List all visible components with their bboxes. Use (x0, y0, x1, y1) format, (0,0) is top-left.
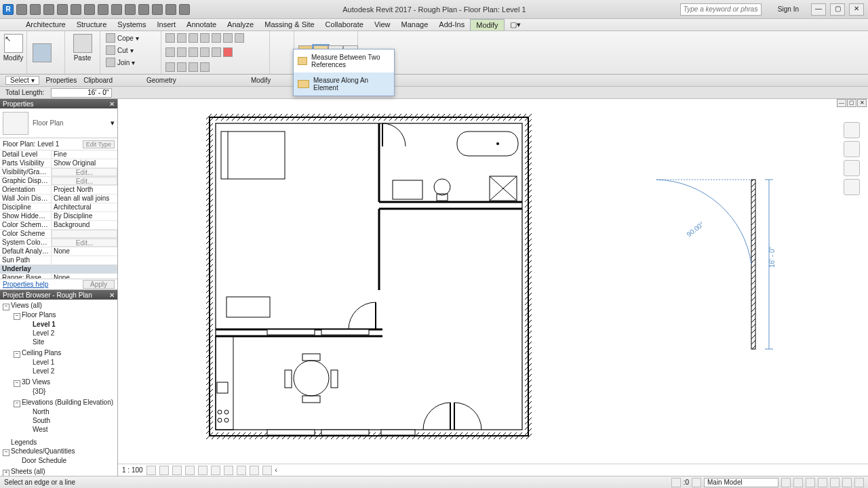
background-icon[interactable] (854, 478, 864, 487)
join-button[interactable]: Join ▾ (104, 57, 136, 68)
qat-dim-icon[interactable] (111, 4, 122, 15)
type-dropdown-icon[interactable]: ▾ (111, 119, 115, 127)
measure-between-refs[interactable]: Measure Between Two References (294, 49, 394, 73)
tab-modify[interactable]: Modify (470, 19, 504, 30)
properties-header[interactable]: Properties ✕ (0, 99, 117, 108)
hide-isolate-icon[interactable] (224, 466, 233, 475)
tree-door-sched[interactable]: Door Schedule (12, 456, 115, 465)
browser-close-icon[interactable]: ✕ (109, 291, 115, 299)
tab-collaborate[interactable]: Collaborate (320, 19, 369, 30)
qat-open-icon[interactable] (16, 4, 27, 15)
rotate-icon[interactable] (189, 33, 198, 43)
select-dropdown[interactable]: Select ▾ (5, 76, 39, 85)
tab-insert[interactable]: Insert (152, 19, 182, 30)
nav-pan-icon[interactable] (844, 179, 860, 195)
tree-west[interactable]: West (23, 425, 113, 434)
qat-redo-icon[interactable] (57, 4, 68, 15)
crop-region-icon[interactable] (211, 466, 220, 475)
prop-value[interactable]: Project North (52, 186, 117, 194)
temp-props-icon[interactable] (250, 466, 259, 475)
tree-ceiling[interactable]: Ceiling Plans Level 1 Level 2 (12, 348, 115, 378)
prop-value[interactable]: Architectural (52, 203, 117, 211)
edit-type-button[interactable]: Edit Type (83, 140, 115, 148)
prop-value[interactable] (52, 230, 117, 238)
move-icon[interactable] (165, 33, 175, 43)
align-icon[interactable] (165, 47, 175, 57)
prop-group-header[interactable]: Underlay (0, 265, 117, 273)
tab-annotate[interactable]: Annotate (181, 19, 222, 30)
offset-icon[interactable] (177, 47, 186, 57)
tab-systems[interactable]: Systems (112, 19, 151, 30)
properties-grid[interactable]: Detail LevelFineParts VisibilityShow Ori… (0, 150, 117, 279)
drag-elements-icon[interactable] (830, 478, 840, 487)
prop-value[interactable]: Edit... (52, 168, 117, 176)
select-face-icon[interactable] (818, 478, 827, 487)
qat-print-icon[interactable] (71, 4, 81, 15)
properties-button[interactable] (31, 42, 53, 64)
tree-c-level2[interactable]: Level 2 (23, 367, 113, 375)
editable-only-icon[interactable] (692, 478, 701, 487)
qat-sync-icon[interactable] (125, 4, 136, 15)
view-ctrl-chevron-icon[interactable]: ‹ (275, 466, 277, 474)
delete-icon[interactable] (223, 47, 233, 57)
project-browser[interactable]: Views (all) Floor Plans Level 1 Level 2 … (0, 300, 117, 476)
copy-icon[interactable] (177, 33, 186, 43)
tab-massing[interactable]: Massing & Site (259, 19, 319, 30)
drawing-area[interactable]: — ▢ ✕ (118, 99, 868, 476)
prop-value[interactable]: Edit... (52, 239, 117, 247)
close-button[interactable]: ✕ (849, 3, 864, 16)
tree-sheets[interactable]: Sheets (all) (1, 467, 116, 476)
search-input[interactable] (680, 3, 762, 16)
ungroup-icon[interactable] (177, 62, 186, 72)
prop-value[interactable]: Edit... (52, 177, 117, 185)
hide-icon[interactable] (200, 62, 210, 72)
qat-close-hidden-icon[interactable] (152, 4, 163, 15)
tree-views[interactable]: Views (all) Floor Plans Level 1 Level 2 … (1, 301, 116, 438)
nav-home-icon[interactable] (844, 141, 860, 157)
prop-value[interactable]: Background (52, 221, 117, 229)
select-pinned-icon[interactable] (806, 478, 815, 487)
tab-analyze[interactable]: Analyze (222, 19, 259, 30)
worksets-icon[interactable] (671, 478, 681, 487)
prop-value[interactable]: Show Original (52, 159, 117, 167)
mirror-icon[interactable] (235, 33, 244, 43)
minimize-button[interactable]: — (811, 3, 826, 16)
paste-button[interactable]: Paste (69, 33, 96, 63)
visual-style-icon[interactable] (159, 466, 169, 475)
qat-switch-win-icon[interactable] (165, 4, 176, 15)
qat-undo-icon[interactable] (43, 4, 54, 15)
type-selector[interactable]: Floor Plan ▾ (0, 108, 117, 138)
tab-extra[interactable]: ▢▾ (505, 19, 526, 30)
tree-legends[interactable]: Legends (1, 438, 116, 447)
view-min-icon[interactable]: — (837, 99, 846, 107)
shadows-icon[interactable] (185, 466, 195, 475)
crop-icon[interactable] (198, 466, 208, 475)
nav-wheel-icon[interactable] (844, 160, 860, 176)
cut-button[interactable]: Cut ▾ (104, 45, 135, 56)
app-icon[interactable]: R (3, 4, 14, 15)
qat-text-icon[interactable] (98, 4, 108, 15)
tree-c-level1[interactable]: Level 1 (23, 358, 113, 367)
properties-help-link[interactable]: Properties help (3, 281, 48, 288)
constraints-icon[interactable] (262, 466, 272, 475)
pin-icon[interactable] (200, 47, 210, 57)
prop-value[interactable]: Fine (52, 150, 117, 159)
split-icon[interactable] (212, 33, 221, 43)
tree-3d-default[interactable]: {3D} (23, 387, 113, 396)
properties-close-icon[interactable]: ✕ (109, 100, 115, 108)
qat-measure-icon[interactable] (84, 4, 95, 15)
tree-floor-plans[interactable]: Floor Plans Level 1 Level 2 Site (12, 310, 115, 348)
prop-value[interactable]: Clean all wall joins (52, 195, 117, 203)
tab-view[interactable]: View (369, 19, 396, 30)
prop-value[interactable] (52, 256, 117, 264)
viewport[interactable]: 90.00° 16' - 0" (118, 108, 868, 464)
qat-customize-icon[interactable] (179, 4, 190, 15)
unpin-icon[interactable] (212, 47, 221, 57)
tree-south[interactable]: South (23, 416, 113, 425)
tree-site[interactable]: Site (23, 338, 113, 346)
tree-level2[interactable]: Level 2 (23, 329, 113, 338)
scale-icon[interactable] (189, 47, 198, 57)
tree-elev[interactable]: Elevations (Building Elevation) North So… (12, 398, 115, 436)
tree-3d[interactable]: 3D Views {3D} (12, 378, 115, 398)
reveal-icon[interactable] (237, 466, 246, 475)
